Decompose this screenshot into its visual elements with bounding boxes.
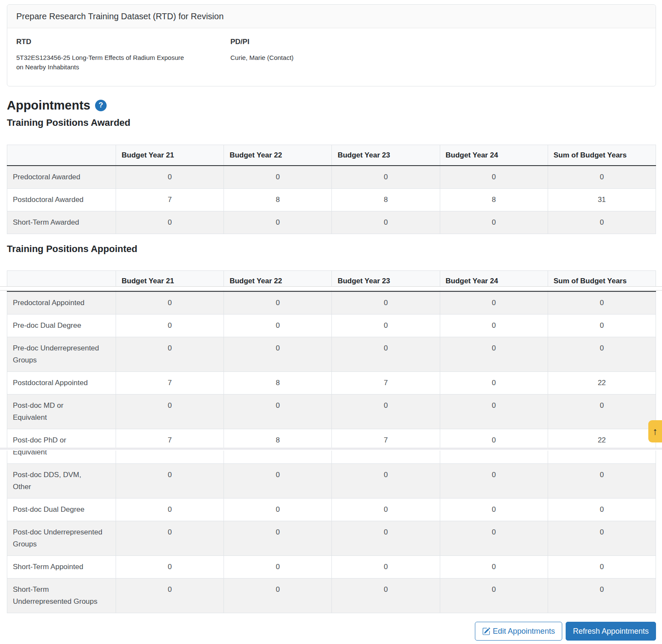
cell-value: 0 [224, 211, 332, 234]
row-label: Post-doc Dual Degree [7, 499, 116, 521]
cell-value: 0 [224, 315, 332, 337]
cell-value: 0 [116, 337, 224, 372]
cell-value: 0 [332, 315, 440, 337]
appointments-heading: Appointments [7, 98, 90, 113]
scroll-to-top-button[interactable]: ↑ [648, 420, 662, 442]
row-label: Pre-doc Underrepresented Groups [7, 337, 116, 372]
column-header: Budget Year 23 [332, 271, 440, 292]
table-row: Predoctoral Awarded00000 [7, 166, 656, 189]
row-label: Post-doc Underrepresented Groups [7, 521, 116, 556]
cell-value: 0 [224, 337, 332, 372]
cell-value: 0 [440, 579, 548, 613]
up-arrow-icon: ↑ [653, 426, 658, 437]
row-label: Postdoctoral Awarded [7, 189, 116, 211]
cell-value: 0 [440, 372, 548, 395]
cell-value: 0 [548, 211, 656, 234]
cell-value: 7 [116, 189, 224, 211]
table-row: Short-Term Appointed00000 [7, 556, 656, 579]
cell-value: 0 [116, 395, 224, 429]
edit-appointments-label: Edit Appointments [493, 626, 555, 636]
cell-value: 0 [224, 556, 332, 579]
cell-value: 0 [332, 395, 440, 429]
cell-value: 0 [332, 211, 440, 234]
cell-value: 0 [116, 464, 224, 499]
cell-value: 7 [116, 372, 224, 395]
cell-value: 0 [548, 395, 656, 429]
rtd-value: 5T32ES123456-25 Long-Term Effects of Rad… [16, 53, 192, 71]
row-label: Post-doc PhD or Equivalent [7, 429, 116, 464]
pdpi-column: PD/PI Curie, Marie (Contact) [230, 38, 294, 71]
cell-value: 0 [440, 337, 548, 372]
cell-value: 0 [224, 166, 332, 189]
table-row: Postdoctoral Awarded788831 [7, 189, 656, 211]
row-label: Short-Term Awarded [7, 211, 116, 234]
row-label: Predoctoral Awarded [7, 166, 116, 189]
awarded-section-heading: Training Positions Awarded [7, 117, 662, 129]
cell-value: 0 [548, 337, 656, 372]
cell-value: 0 [440, 521, 548, 556]
cell-value: 8 [224, 372, 332, 395]
cell-value: 7 [332, 429, 440, 464]
table-row: Post-doc DDS, DVM, Other00000 [7, 464, 656, 499]
page-title: Prepare Research Training Dataset (RTD) … [7, 5, 656, 28]
row-label: Short-Term Underrepresented Groups [7, 579, 116, 613]
appointed-table-wrap: Budget Year 21Budget Year 22Budget Year … [7, 270, 656, 613]
cell-value: 0 [332, 464, 440, 499]
cell-value: 7 [116, 429, 224, 464]
column-header: Budget Year 21 [116, 271, 224, 292]
cell-value: 8 [224, 429, 332, 464]
appointments-heading-row: Appointments ? [7, 98, 662, 113]
cell-value: 8 [332, 189, 440, 211]
cell-value: 0 [440, 211, 548, 234]
cell-value: 22 [548, 429, 656, 464]
cell-value: 0 [332, 166, 440, 189]
pdpi-label: PD/PI [230, 38, 294, 46]
cell-value: 0 [548, 464, 656, 499]
row-label: Postdoctoral Appointed [7, 372, 116, 395]
cell-value: 0 [548, 499, 656, 521]
row-label: Short-Term Appointed [7, 556, 116, 579]
table-row: Pre-doc Underrepresented Groups00000 [7, 337, 656, 372]
question-mark-circle-icon[interactable]: ? [95, 100, 107, 111]
pdpi-value: Curie, Marie (Contact) [230, 53, 294, 62]
table-row: Post-doc Dual Degree00000 [7, 499, 656, 521]
cell-value: 0 [116, 579, 224, 613]
rtd-summary-card: Prepare Research Training Dataset (RTD) … [7, 4, 656, 86]
row-label: Predoctoral Appointed [7, 291, 116, 315]
table-row: Post-doc MD or Equivalent00000 [7, 395, 656, 429]
column-header: Budget Year 22 [224, 271, 332, 292]
column-header: Budget Year 21 [116, 145, 224, 166]
rtd-column: RTD 5T32ES123456-25 Long-Term Effects of… [16, 38, 230, 71]
rtd-label: RTD [16, 38, 230, 46]
column-header: Budget Year 22 [224, 145, 332, 166]
column-header-empty [7, 271, 116, 292]
table-row: Short-Term Underrepresented Groups00000 [7, 579, 656, 613]
cell-value: 0 [548, 556, 656, 579]
cell-value: 0 [116, 499, 224, 521]
cell-value: 7 [332, 372, 440, 395]
column-header: Budget Year 24 [440, 145, 548, 166]
table-row: Post-doc Underrepresented Groups00000 [7, 521, 656, 556]
cell-value: 8 [224, 189, 332, 211]
table-row: Postdoctoral Appointed787022 [7, 372, 656, 395]
page: Prepare Research Training Dataset (RTD) … [0, 4, 662, 644]
cell-value: 0 [440, 291, 548, 315]
awarded-table: Budget Year 21Budget Year 22Budget Year … [7, 145, 656, 234]
cell-value: 0 [224, 464, 332, 499]
refresh-appointments-button[interactable]: Refresh Appointments [566, 622, 656, 641]
cell-value: 0 [440, 315, 548, 337]
cell-value: 0 [332, 291, 440, 315]
actions-bar: Edit Appointments Refresh Appointments [0, 622, 656, 644]
cell-value: 31 [548, 189, 656, 211]
table-row: Short-Term Awarded00000 [7, 211, 656, 234]
edit-appointments-button[interactable]: Edit Appointments [475, 622, 562, 641]
cell-value: 0 [332, 521, 440, 556]
cell-value: 0 [116, 211, 224, 234]
table-row: Pre-doc Dual Degree00000 [7, 315, 656, 337]
cell-value: 0 [224, 395, 332, 429]
table-row: Predoctoral Appointed00000 [7, 291, 656, 315]
appointed-table: Budget Year 21Budget Year 22Budget Year … [7, 270, 656, 613]
cell-value: 0 [440, 429, 548, 464]
row-label: Pre-doc Dual Degree [7, 315, 116, 337]
cell-value: 0 [332, 579, 440, 613]
